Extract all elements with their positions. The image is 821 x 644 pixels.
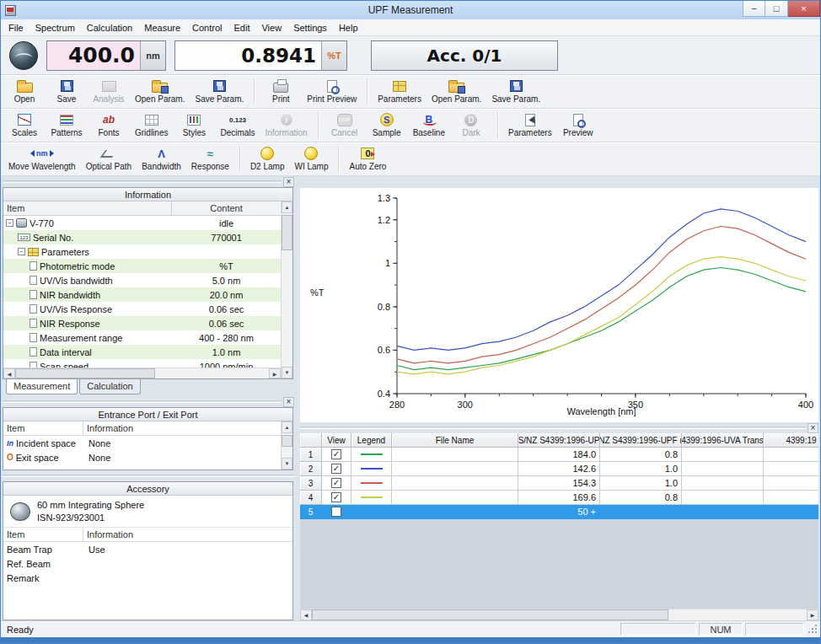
results-column-header[interactable]: File Name [392, 433, 518, 448]
tree-row[interactable]: 123Serial No.770001 [3, 230, 281, 244]
view-checkbox[interactable] [331, 507, 341, 517]
info-horizontal-scrollbar[interactable]: ◀ ▶ [3, 368, 281, 378]
print-preview-button[interactable]: Print Preview [302, 76, 362, 107]
scrollbar-track[interactable] [282, 213, 292, 367]
bandwidth-button[interactable]: ΛBandwidth [137, 143, 186, 174]
minimize-button[interactable]: − [743, 1, 765, 17]
maximize-button[interactable]: □ [765, 1, 788, 17]
item-column-header[interactable]: Item [3, 528, 83, 541]
tree-row[interactable]: Photometric mode%T [3, 259, 281, 273]
tab-measurement[interactable]: Measurement [6, 379, 78, 394]
close-pane-button[interactable]: × [283, 397, 294, 407]
view-checkbox[interactable]: ✓ [331, 492, 341, 502]
menu-spectrum[interactable]: Spectrum [30, 21, 81, 35]
scroll-up-button[interactable]: ▲ [282, 201, 292, 213]
menu-control[interactable]: Control [186, 21, 228, 35]
decimals-button[interactable]: 0.123Decimals [215, 110, 260, 141]
accessory-row[interactable]: Remark [3, 571, 292, 585]
row-number-cell[interactable]: 5 [300, 505, 322, 519]
table-row[interactable]: 3✓154.31.0 [300, 476, 818, 491]
port-row[interactable]: OExit spaceNone [3, 450, 281, 464]
results-column-header[interactable]: S/NZ S4399:1996-UP [518, 433, 600, 448]
accessory-pane-grip[interactable] [1, 470, 296, 481]
menu-help[interactable]: Help [333, 21, 364, 35]
scrollbar-track[interactable] [282, 433, 292, 458]
open-param-2-button[interactable]: Open Param. [427, 76, 486, 107]
tree-row[interactable]: NIR Response0.06 sec [3, 316, 281, 330]
menu-measure[interactable]: Measure [138, 21, 186, 35]
menu-view[interactable]: View [255, 21, 287, 35]
tree-row[interactable]: -V-770idle [3, 216, 281, 230]
tree-row[interactable]: UV/Vis bandwidth5.0 nm [3, 273, 281, 287]
tree-row[interactable]: Data interval1.0 nm [3, 345, 281, 359]
save-param-2-button[interactable]: Save Param. [486, 76, 545, 107]
view-cell[interactable]: ✓ [322, 462, 351, 476]
view-cell[interactable]: ✓ [322, 491, 351, 505]
ports-vertical-scrollbar[interactable]: ▲ ▼ [281, 421, 292, 470]
ports-pane-grip[interactable]: × [1, 396, 296, 407]
close-button[interactable]: × [788, 1, 820, 17]
accessory-row[interactable]: Ref. Beam [3, 556, 292, 571]
results-column-header[interactable]: NZ S4399:1996-UPF r [600, 433, 682, 448]
menu-file[interactable]: File [3, 21, 30, 35]
table-pane-grip[interactable]: × [298, 422, 820, 433]
menu-settings[interactable]: Settings [287, 21, 333, 35]
close-pane-button[interactable]: × [283, 177, 294, 187]
port-row[interactable]: InIncident spaceNone [3, 436, 281, 450]
information-column-header[interactable]: Information [83, 528, 137, 541]
row-number-cell[interactable]: 2 [300, 462, 322, 476]
patterns-button[interactable]: Patterns [46, 110, 88, 141]
scrollbar-track[interactable] [15, 368, 269, 378]
content-column-header[interactable]: Content [172, 201, 281, 215]
tree-row[interactable]: Measurement range400 - 280 nm [3, 330, 281, 345]
scroll-up-button[interactable]: ▲ [282, 421, 292, 433]
information-column-header[interactable]: Information [83, 421, 137, 435]
preview-button[interactable]: Preview [557, 110, 599, 141]
results-column-header[interactable] [300, 433, 322, 448]
item-column-header[interactable]: Item [3, 421, 83, 435]
view-cell[interactable]: ✓ [322, 476, 351, 491]
scroll-right-button[interactable]: ▶ [269, 368, 281, 378]
save-button[interactable]: Save [46, 76, 88, 107]
auto-zero-button[interactable]: 0Auto Zero [344, 143, 391, 174]
baseline-button[interactable]: BBaseline [408, 110, 450, 141]
close-pane-button[interactable]: × [808, 423, 818, 433]
results-column-header[interactable]: View [322, 433, 351, 448]
scrollbar-track[interactable] [312, 609, 807, 620]
sample-button[interactable]: SSample [366, 110, 408, 141]
scrollbar-thumb[interactable] [282, 435, 292, 447]
expander-icon[interactable]: - [6, 219, 13, 227]
move-wavelength-button[interactable]: nmMove Wavelength [3, 143, 81, 174]
scrollbar-thumb[interactable] [312, 609, 668, 620]
row-number-cell[interactable]: 4 [300, 491, 322, 505]
table-horizontal-scrollbar[interactable]: ◀ ▶ [300, 609, 818, 620]
tree-row[interactable]: UV/Vis Response0.06 sec [3, 302, 281, 316]
view-checkbox[interactable]: ✓ [331, 464, 341, 474]
open-button[interactable]: Open [3, 76, 46, 107]
menu-edit[interactable]: Edit [228, 21, 256, 35]
view-checkbox[interactable]: ✓ [331, 478, 341, 488]
parameters-button[interactable]: Parameters [373, 76, 427, 107]
open-param-button[interactable]: Open Param. [130, 76, 190, 107]
table-row[interactable]: 550 + [300, 505, 818, 519]
wi-lamp-button[interactable]: WI Lamp [289, 143, 333, 174]
tree-row[interactable]: Scan speed1000 nm/min [3, 359, 281, 368]
scrollbar-thumb[interactable] [282, 215, 292, 250]
resize-grip[interactable] [807, 624, 818, 635]
scroll-left-button[interactable]: ◀ [3, 368, 15, 378]
print-button[interactable]: Print [260, 76, 302, 107]
parameters-hand-button[interactable]: Parameters [503, 110, 557, 141]
row-number-cell[interactable]: 1 [300, 448, 322, 462]
title-bar[interactable]: UPF Measurement − □ × [1, 1, 820, 19]
results-column-header[interactable]: Legend [351, 433, 392, 448]
table-row[interactable]: 1✓184.00.8 [300, 448, 818, 462]
tab-calculation[interactable]: Calculation [79, 379, 140, 394]
gridlines-button[interactable]: Gridlines [130, 110, 173, 141]
save-param-button[interactable]: Save Param. [190, 76, 249, 107]
info-vertical-scrollbar[interactable]: ▲ ▼ [281, 201, 292, 378]
results-column-header[interactable]: 4399:1996-UVA Trans [682, 433, 764, 448]
scales-button[interactable]: Scales [3, 110, 46, 141]
row-number-cell[interactable]: 3 [300, 476, 322, 491]
scroll-right-button[interactable]: ▶ [807, 609, 818, 620]
scroll-left-button[interactable]: ◀ [300, 609, 312, 620]
